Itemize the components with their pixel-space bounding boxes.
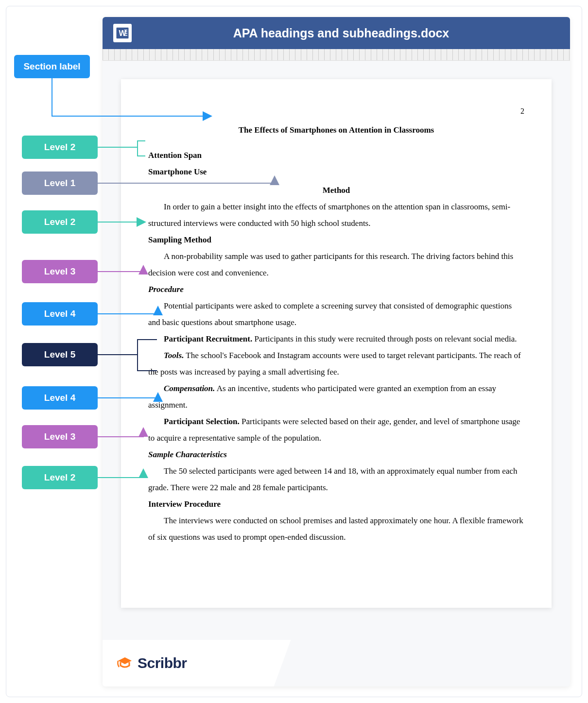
level5-heading-tools: Tools. [164, 351, 184, 360]
callout-level5: Level 5 [22, 343, 98, 366]
tools-text: The school's Facebook and Instagram acco… [148, 351, 521, 377]
diagram-container: W APA headings and subheadings.docx 2 Th… [6, 6, 582, 697]
page-number: 2 [148, 103, 524, 119]
callout-level2-b: Level 2 [22, 210, 98, 234]
procedure-paragraph: Potential participants were asked to com… [148, 298, 524, 331]
document-page: 2 The Effects of Smartphones on Attentio… [121, 79, 552, 608]
callout-level3-a: Level 3 [22, 260, 98, 283]
level2-heading-smartphone: Smartphone Use [148, 164, 524, 180]
level3-heading-procedure: Procedure [148, 281, 524, 298]
section-label-heading: The Effects of Smartphones on Attention … [148, 122, 524, 138]
level2-heading-interview: Interview Procedure [148, 496, 524, 513]
level4-heading-selection: Participant Selection. [164, 417, 240, 426]
callout-level4-a: Level 4 [22, 302, 98, 326]
method-paragraph: In order to gain a better insight into t… [148, 199, 524, 232]
level2-heading-attention: Attention Span [148, 147, 524, 164]
document-window: W APA headings and subheadings.docx 2 Th… [103, 17, 570, 686]
grad-cap-icon [116, 654, 134, 672]
word-icon: W [113, 24, 132, 42]
brand-footer: Scribbr [103, 640, 268, 686]
brand-name: Scribbr [138, 655, 187, 671]
level3-heading-sample-char: Sample Characteristics [148, 446, 524, 463]
level1-heading-method: Method [148, 182, 524, 199]
level4-heading-recruitment: Participant Recruitment. [164, 334, 252, 343]
callout-level4-b: Level 4 [22, 386, 98, 410]
recruitment-text: Participants in this study were recruite… [252, 334, 517, 343]
sampling-paragraph: A non-probability sample was used to gat… [148, 248, 524, 281]
ruler [103, 49, 570, 61]
callout-section-label: Section label [14, 55, 90, 78]
callout-level2-a: Level 2 [22, 136, 98, 159]
level5-tools-line: Tools. The school's Facebook and Instagr… [148, 347, 524, 380]
callout-level1: Level 1 [22, 171, 98, 195]
scribbr-logo: Scribbr [116, 654, 187, 672]
callout-level2-c: Level 2 [22, 466, 98, 489]
document-filename: APA headings and subheadings.docx [141, 26, 570, 40]
level2-heading-sampling: Sampling Method [148, 232, 524, 248]
level4-recruitment-line: Participant Recruitment. Participants in… [148, 331, 524, 347]
interview-paragraph: The interviews were conducted on school … [148, 513, 524, 546]
sample-char-paragraph: The 50 selected participants were aged b… [148, 463, 524, 496]
level5-compensation-line: Compensation. As an incentive, students … [148, 380, 524, 413]
callout-level3-b: Level 3 [22, 425, 98, 448]
level5-heading-compensation: Compensation. [164, 384, 215, 393]
level4-selection-line: Participant Selection. Participants were… [148, 413, 524, 446]
titlebar: W APA headings and subheadings.docx [103, 17, 570, 49]
